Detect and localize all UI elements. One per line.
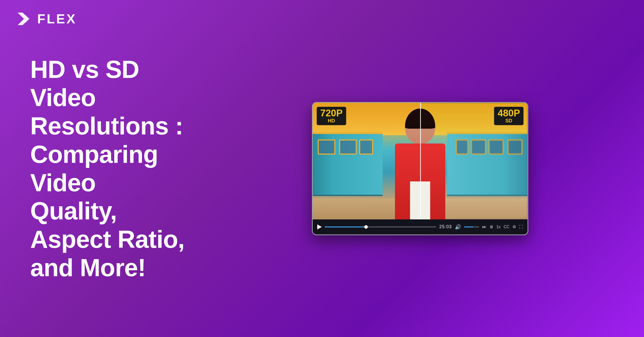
badge-480p: 480P SD <box>494 107 524 125</box>
badge-720p-res: 720P <box>320 108 343 118</box>
speed-label[interactable]: 1x <box>496 225 501 229</box>
time-display: 25:03 <box>439 224 452 229</box>
badge-720p-type: HD <box>320 118 343 124</box>
screen-icon[interactable]: 🖥 <box>489 225 493 229</box>
video-player: 720P HD 480P SD 25:03 <box>312 102 528 235</box>
volume-icon[interactable]: 🔊 <box>455 224 461 230</box>
progress-fill <box>325 226 366 227</box>
play-button[interactable] <box>317 224 322 229</box>
left-section: HD vs SD Video Resolutions : Comparing V… <box>30 55 206 282</box>
train-window-r3 <box>471 139 486 155</box>
train-window-r4 <box>456 139 468 155</box>
progress-bar[interactable] <box>325 226 436 227</box>
headline-line1: HD vs SD Video <box>30 56 139 112</box>
main-content: HD vs SD Video Resolutions : Comparing V… <box>0 0 644 337</box>
train-left <box>313 132 383 196</box>
headline-line4: Quality, Aspect Ratio, <box>30 197 184 253</box>
train-right <box>447 132 528 196</box>
badge-480p-type: SD <box>498 118 520 124</box>
headline: HD vs SD Video Resolutions : Comparing V… <box>30 55 191 282</box>
right-section: 720P HD 480P SD 25:03 <box>206 102 614 235</box>
volume-bar[interactable] <box>464 226 479 227</box>
video-content: 720P HD 480P SD <box>313 103 528 219</box>
split-divider <box>420 103 421 219</box>
badge-480p-res: 480P <box>498 108 520 118</box>
headline-line3: Comparing Video <box>30 140 158 197</box>
headline-line5: and More! <box>30 254 146 281</box>
next-track-icon[interactable]: ⏭ <box>482 225 486 229</box>
headline-line2: Resolutions : <box>30 112 183 140</box>
volume-fill <box>464 226 473 227</box>
video-controls: 25:03 🔊 ⏭ 🖥 1x CC ⚙ ⛶ <box>313 219 528 234</box>
fullscreen-icon[interactable]: ⛶ <box>519 225 523 229</box>
settings-icon[interactable]: ⚙ <box>512 224 516 229</box>
badge-720p: 720P HD <box>317 107 346 125</box>
subtitle-icon[interactable]: CC <box>504 225 509 229</box>
train-window-r1 <box>507 139 522 155</box>
train-window-2 <box>339 139 357 155</box>
progress-thumb <box>364 225 368 229</box>
train-window-1 <box>318 139 335 155</box>
train-window-3 <box>359 139 373 155</box>
train-window-r2 <box>489 139 504 155</box>
